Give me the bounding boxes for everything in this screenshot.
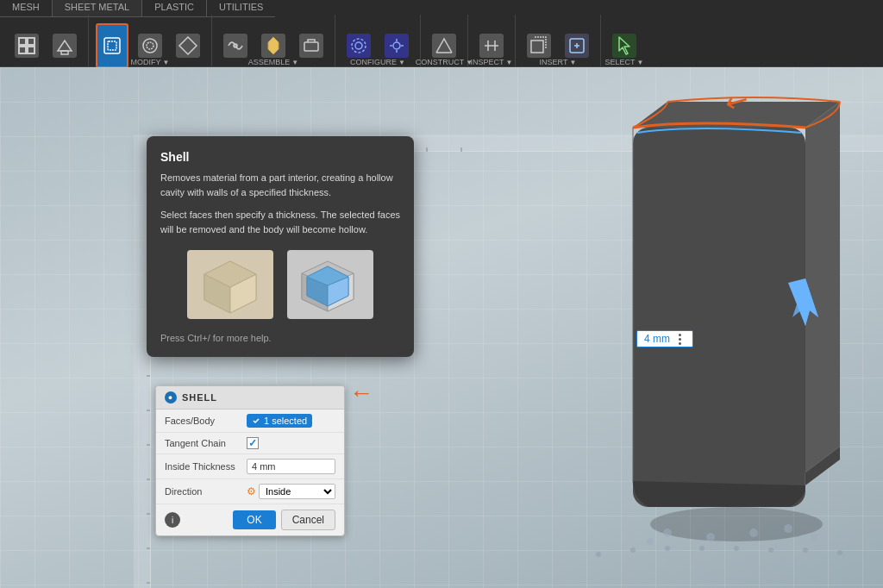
svg-point-62 xyxy=(699,546,705,551)
tangent-chain-row: Tangent Chain ✓ xyxy=(156,433,344,454)
tb-assemble2[interactable] xyxy=(257,23,290,68)
svg-rect-1 xyxy=(28,38,34,45)
svg-point-54 xyxy=(706,533,715,541)
tb-extrude[interactable] xyxy=(48,23,81,68)
tangent-checkbox[interactable]: ✓ xyxy=(247,437,259,449)
svg-point-64 xyxy=(768,547,773,553)
svg-point-10 xyxy=(234,44,237,47)
faces-value: 1 selected xyxy=(264,416,307,426)
direction-select[interactable]: Inside Outside Both Sides xyxy=(259,484,335,499)
dialog-help-btn[interactable]: i xyxy=(165,512,180,528)
dialog-footer: i OK Cancel xyxy=(156,504,344,535)
svg-point-15 xyxy=(393,42,400,49)
svg-point-60 xyxy=(630,547,636,553)
svg-point-9 xyxy=(147,42,153,49)
dialog-info-icon: ● xyxy=(165,391,177,403)
svg-rect-12 xyxy=(304,42,318,51)
dialog-title: SHELL xyxy=(182,392,217,403)
tb-shell2[interactable] xyxy=(134,23,166,68)
tooltip-solid-cube xyxy=(187,250,273,319)
svg-rect-7 xyxy=(108,41,116,50)
faces-selected-badge[interactable]: 1 selected xyxy=(247,414,312,428)
tb-insert1[interactable] xyxy=(523,23,555,68)
svg-rect-6 xyxy=(104,38,120,53)
direction-label: Direction xyxy=(165,486,247,497)
svg-point-47 xyxy=(650,507,823,541)
tangent-label: Tangent Chain xyxy=(165,438,247,448)
svg-rect-5 xyxy=(61,51,68,54)
thickness-row: Inside Thickness xyxy=(156,454,344,479)
ok-button[interactable]: OK xyxy=(233,510,275,529)
3d-model xyxy=(495,76,857,576)
toolbar: MESH SHEET METAL PLASTIC UTILITIES MODIF… xyxy=(0,0,883,67)
cancel-button[interactable]: Cancel xyxy=(281,510,335,530)
direction-row: Direction ⚙ Inside Outside Both Sides xyxy=(156,479,344,504)
tb-shell-btn[interactable]: ↗ xyxy=(96,23,128,68)
faces-body-row: Faces/Body 1 selected xyxy=(156,410,344,433)
svg-point-55 xyxy=(749,529,758,537)
tb-configure2[interactable] xyxy=(380,23,413,68)
svg-rect-2 xyxy=(19,47,26,53)
canvas[interactable]: ↙ ← 4 mm Shell Removes material from a p… xyxy=(0,67,883,588)
checkmark-icon: ✓ xyxy=(248,437,257,449)
tooltip-desc2: Select faces then specify a thickness. T… xyxy=(160,208,400,236)
svg-marker-49 xyxy=(805,102,840,472)
direction-dropdown-wrapper: ⚙ Inside Outside Both Sides xyxy=(247,484,335,499)
tb-select-box[interactable] xyxy=(10,23,43,68)
tb-inspect1[interactable] xyxy=(475,23,508,68)
dimension-label: 4 mm xyxy=(636,330,693,347)
direction-icon: ⚙ xyxy=(247,485,256,497)
svg-point-57 xyxy=(647,538,654,545)
svg-rect-0 xyxy=(19,38,26,45)
svg-point-58 xyxy=(811,534,817,541)
svg-point-66 xyxy=(837,550,842,555)
svg-point-59 xyxy=(596,552,601,557)
orange-arrow-dialog: ← xyxy=(349,379,373,407)
svg-point-61 xyxy=(665,546,670,551)
svg-rect-48 xyxy=(633,128,805,507)
tooltip-footer: Press Ctrl+/ for more help. xyxy=(160,333,400,343)
svg-point-8 xyxy=(143,39,157,53)
svg-rect-20 xyxy=(531,41,543,53)
svg-point-14 xyxy=(352,39,366,53)
dim-value: 4 mm xyxy=(644,333,670,345)
svg-marker-4 xyxy=(58,41,72,51)
dialog-header: ● SHELL xyxy=(156,386,344,410)
tb-assemble3[interactable] xyxy=(295,23,328,68)
tooltip-hollow-cube xyxy=(287,250,373,319)
svg-point-63 xyxy=(734,546,739,551)
tooltip-desc1: Removes material from a part interior, c… xyxy=(160,171,400,199)
svg-point-13 xyxy=(355,42,362,49)
dim-dots-menu[interactable] xyxy=(673,333,686,345)
thickness-label: Inside Thickness xyxy=(165,461,247,472)
svg-point-53 xyxy=(663,529,672,537)
svg-rect-3 xyxy=(28,47,34,53)
faces-label: Faces/Body xyxy=(165,416,247,426)
tb-assemble1[interactable] xyxy=(219,23,252,68)
svg-point-56 xyxy=(784,524,792,533)
svg-marker-11 xyxy=(268,37,279,54)
tooltip-images xyxy=(160,250,400,319)
tb-move[interactable] xyxy=(172,23,204,68)
svg-point-65 xyxy=(803,547,808,553)
tb-construct1[interactable] xyxy=(428,23,460,68)
tooltip-title: Shell xyxy=(160,150,400,164)
tb-configure1[interactable] xyxy=(342,23,375,68)
shell-dialog: ● SHELL Faces/Body 1 selected Tangent Ch… xyxy=(155,385,345,536)
shell-tooltip: Shell Removes material from a part inter… xyxy=(147,136,414,357)
thickness-input[interactable] xyxy=(247,459,335,474)
tb-select1[interactable] xyxy=(608,23,641,68)
tb-insert2[interactable] xyxy=(560,23,593,68)
